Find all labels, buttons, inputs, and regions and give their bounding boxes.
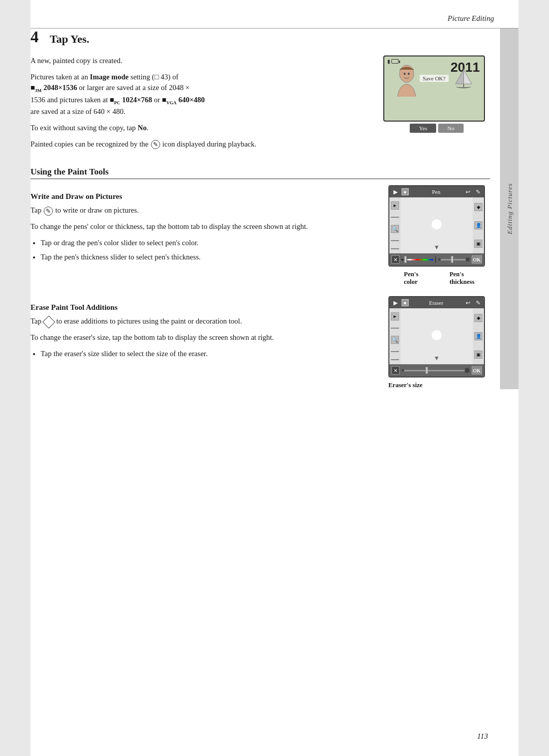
eraser-left-icons: ► 🔍 [389,308,401,364]
svg-point-1 [404,72,406,75]
pen-right-icons: ◆ 👤 ▣ [473,197,484,253]
step-number: 4 [30,28,45,45]
erase-title: Erase Paint Tool Additions [30,303,373,312]
pen-labels: Pen'scolor Pen'sthickness [388,271,490,286]
ok-button-eraser[interactable]: OK [472,366,482,374]
eraser-size-label: Eraser's size [388,382,490,389]
step-para-1: A new, painted copy is created. [30,55,373,67]
erase-p2: To change the eraser's size, tap the bot… [30,332,373,343]
x-button[interactable]: ✕ [391,255,400,264]
pen-cam-body: ► 🔍 ▼ [389,197,484,253]
step-title: Tap Yes. [50,28,89,47]
step-content: A new, painted copy is created. Pictures… [30,55,490,155]
undo-icon: ↩ [464,188,472,196]
pen-left-icons: ► 🔍 [389,197,401,253]
section-paint-title: Using the Paint Tools [30,167,490,179]
pen-edit-icon-eraser: ✎ [474,299,482,307]
eraser-right-icons: ◆ 👤 ▣ [473,308,484,364]
write-draw-text: Write and Draw on Pictures Tap ✎ to writ… [30,185,373,268]
x-button-eraser[interactable]: ✕ [391,366,400,374]
frame-icon-eraser: ▣ [474,351,482,359]
step-para-playback: Painted copies can be recognized by the … [30,139,373,150]
person-icon: 👤 [474,221,482,229]
step-4-section: 4 Tap Yes. A new, painted copy is create… [30,28,490,155]
bullet-thickness: Tap the pen's thickness slider to select… [41,252,373,263]
eraser-main-area: ▼ [401,308,473,364]
main-content: 4 Tap Yes. A new, painted copy is create… [30,28,500,389]
eraser-screen-image: ▶ ■ Eraser ↩ ✎ ► 🔍 [388,296,490,389]
pen-dot [432,219,442,229]
pen-toolbar: ▶ ■ Pen ↩ ✎ [389,186,484,197]
step-text: A new, painted copy is created. Pictures… [30,55,373,155]
svg-point-2 [408,72,410,75]
play-left-icon-eraser: ► [391,312,399,321]
frame-icon: ▣ [474,240,482,248]
page-header: Picture Editing [30,0,518,28]
eraser-toolbar: ▶ ■ Eraser ↩ ✎ [389,297,484,308]
write-draw-p2: To change the pens' color or thickness, … [30,221,373,232]
diamond-icon-inline [42,315,55,328]
write-draw-section: Write and Draw on Pictures Tap ✎ to writ… [30,185,490,286]
pen-camera-screen: ▶ ■ Pen ↩ ✎ ► 🔍 [388,185,485,267]
pen-thickness-label: Pen'sthickness [449,271,474,286]
camera-screen-top: ▮ 2011 Save OK? [383,55,485,122]
camera-screen-area: ▮ 2011 Save OK? [383,55,490,133]
sidebar-tab: Editing Pictures [500,28,518,389]
write-draw-p1: Tap ✎ to write or draw on pictures. [30,205,373,216]
pen-toolbar-label: Pen [411,189,462,195]
write-draw-title: Write and Draw on Pictures [30,192,373,201]
play-icon: ▶ [391,188,400,196]
pen-icon: ✎ [151,140,160,149]
pen-icon-inline: ✎ [44,207,53,216]
battery-icon [391,59,399,64]
erase-p1: Tap to erase additions to pictures using… [30,316,373,327]
step-header: 4 Tap Yes. [30,28,490,47]
person-icon-eraser: 👤 [474,332,482,340]
no-button[interactable]: No [438,124,463,133]
pen-edit-icon: ✎ [474,188,482,196]
diamond-icon-right: ◆ [474,203,482,211]
svg-marker-4 [455,70,464,84]
slider-divider [435,256,436,263]
pen-screen-image: ▶ ■ Pen ↩ ✎ ► 🔍 [388,185,490,286]
eraser-bottom-row: ✕ OK [389,364,484,376]
eraser-camera-screen: ▶ ■ Eraser ↩ ✎ ► 🔍 [388,296,485,377]
diamond-icon-right-eraser: ◆ [474,314,482,322]
thickness-slider[interactable] [438,256,470,263]
portrait-image [391,64,422,99]
play-icon-eraser: ▶ [391,299,400,307]
erase-section: Erase Paint Tool Additions Tap to erase … [30,296,490,389]
zoom-icon: 🔍 [391,225,399,233]
erase-text: Erase Paint Tool Additions Tap to erase … [30,296,373,364]
svg-marker-5 [464,70,472,84]
pen-bottom-row: ✕ [389,253,484,266]
bullet-eraser-size: Tap the eraser's size slider to select t… [41,348,373,360]
camera-buttons: Yes No [383,124,490,133]
save-ok-label: Save OK? [420,75,449,82]
pen-main-area: ▼ [401,197,473,253]
page-number: 113 [477,732,488,741]
sidebar-label: Editing Pictures [506,183,514,234]
eraser-toolbar-label: Eraser [411,300,462,306]
zoom-icon-eraser: 🔍 [391,336,399,344]
sailboat-image [453,66,474,91]
page: Picture Editing 4 Tap Yes. A new, painte… [30,0,518,756]
step-para-exit: To exit without saving the copy, tap No. [30,123,373,134]
undo-icon-eraser: ↩ [464,299,472,307]
eraser-dot [432,330,442,340]
size-slider[interactable] [402,367,470,374]
write-draw-bullets: Tap or drag the pen's color slider to se… [41,238,373,263]
yes-button[interactable]: Yes [410,124,436,133]
play-left-icon: ► [391,201,399,210]
erase-bullets: Tap the eraser's size slider to select t… [41,348,373,360]
ok-button-pen[interactable]: OK [472,255,482,264]
pen-color-label: Pen'scolor [404,271,418,286]
eraser-cam-body: ► 🔍 ▼ [389,308,484,364]
bullet-color: Tap or drag the pen's color slider to se… [41,238,373,249]
step-para-2: Pictures taken at an Image mode setting … [30,72,373,118]
header-title: Picture Editing [447,14,494,23]
color-slider[interactable] [402,256,433,263]
